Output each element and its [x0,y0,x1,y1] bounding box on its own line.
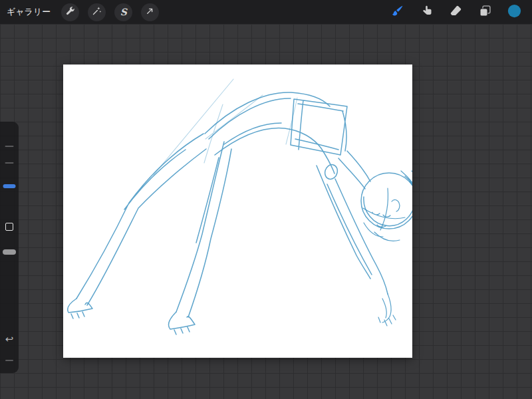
right-tool-group [390,4,532,21]
sketch-torso-arch [205,92,334,174]
slider-tick [5,162,14,164]
slider-tick [5,146,14,147]
brush-size-slider-handle[interactable] [3,184,16,188]
workspace-background[interactable]: ↩ [0,24,532,399]
sketch-arm [317,166,388,294]
selection-s-icon: S [120,7,127,17]
layers-icon[interactable] [478,4,492,21]
opacity-slider-handle[interactable] [3,249,16,255]
sketch-ribcage-box [291,99,347,155]
sketch-face-guides [363,188,405,237]
wand-adjustments-icon [92,6,102,19]
drawing-canvas[interactable] [63,65,412,358]
transform-button[interactable] [141,3,159,21]
sketch-front-leg [176,142,231,317]
actions-button[interactable] [61,3,79,21]
color-swatch[interactable] [507,4,521,21]
figure-sketch [63,65,412,358]
left-tool-group: S [61,3,159,21]
undo-button[interactable]: ↩ [5,334,14,344]
sketch-front-foot [169,312,195,334]
sketch-neck-and-head [338,151,412,229]
top-toolbar: ギャラリー S [0,0,532,24]
transform-arrow-icon [145,6,155,19]
selection-button[interactable]: S [114,3,132,21]
gallery-button[interactable]: ギャラリー [7,6,51,18]
paint-brush-icon[interactable] [390,4,404,21]
wrench-actions-icon [65,6,75,19]
sketch-back-foot [68,299,92,319]
modify-button[interactable] [5,223,13,231]
sketch-hair [374,171,412,244]
smudge-finger-icon[interactable] [420,4,434,21]
eraser-icon[interactable] [449,4,463,21]
sketch-back-leg [76,134,206,305]
sketch-hand [378,294,396,326]
adjustments-button[interactable] [88,3,106,21]
redo-tick[interactable] [5,360,13,361]
brush-sidebar: ↩ [0,122,19,373]
